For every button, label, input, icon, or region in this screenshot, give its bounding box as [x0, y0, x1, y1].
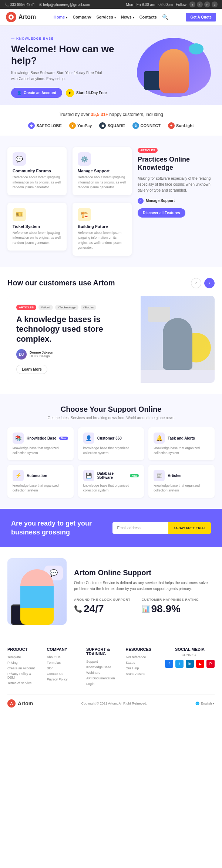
footer-link-contact-us[interactable]: Contact Us: [47, 672, 79, 676]
footer-link-support[interactable]: Support: [86, 660, 118, 663]
nav-home[interactable]: Home ▾: [54, 15, 68, 19]
support-title: Artom Online Support: [74, 569, 215, 577]
building-desc: Reference about lorem ipsum ipagaing inf…: [78, 231, 127, 251]
community-icon: 💬: [13, 152, 26, 166]
footer-link-brand[interactable]: Brand Assets: [126, 672, 158, 676]
top-social-icons: f t in g: [189, 1, 218, 7]
phone-info: 📞 333 9856 4984: [4, 3, 35, 7]
support-stats: AROUND THE CLOCK SUPPORT 📞 24/7 CUSTOMER…: [74, 598, 215, 615]
footer-bottom: A Artom Copyright © 2021 Artom. All Righ…: [7, 695, 215, 708]
footer-link-formulas[interactable]: Formulas: [47, 661, 79, 665]
footer-link-knowledge[interactable]: Knowledge Base: [86, 665, 118, 669]
trial-button[interactable]: ▶ Start 14-Day Free: [66, 89, 107, 97]
footer-link-template[interactable]: Template: [7, 655, 40, 659]
features-section: 💬 Community Forums Reference about lorem…: [0, 136, 222, 267]
footer-link-api-ref[interactable]: API reference: [126, 655, 158, 659]
features-article: ARTICLES Practices Online Knowledge Maki…: [138, 147, 215, 256]
email-input[interactable]: [112, 522, 168, 534]
twitter-icon-footer[interactable]: t: [175, 660, 184, 668]
hero-title: Welcome! How can we help?: [11, 43, 137, 66]
footer-link-pricing[interactable]: Pricing: [7, 661, 40, 665]
knowledge-base-title: Knowledge Base: [27, 436, 56, 440]
footer-link-status[interactable]: Status: [126, 661, 158, 665]
twitter-icon-top[interactable]: t: [197, 1, 203, 7]
social-media-title: SOCIAL MEDIA: [165, 647, 215, 652]
task-alerts-title: Task and Alerts: [168, 436, 195, 440]
manage-desc: Reference about lorem ipagaing informati…: [78, 175, 127, 190]
pinterest-icon-footer[interactable]: P: [206, 660, 215, 668]
nav-contacts[interactable]: Contacts: [139, 15, 157, 19]
footer-link-privacy-dsm[interactable]: Privacy Policy & DSM: [7, 672, 40, 679]
support-image: 💬: [7, 558, 67, 625]
learn-more-button[interactable]: Learn More: [16, 365, 47, 374]
discover-features-button[interactable]: Discover all Features: [138, 208, 185, 218]
articles-icon: 📰: [154, 470, 165, 481]
database-software-icon: 💾: [83, 470, 94, 481]
footer-company-title: COMPANY: [47, 647, 79, 652]
footer-link-webinars[interactable]: Webinars: [86, 671, 118, 675]
footer-link-our-help[interactable]: Our Help: [126, 666, 158, 670]
nav-company[interactable]: Company: [73, 15, 91, 19]
footer-link-about[interactable]: About Us: [47, 655, 79, 659]
badge-technology: #Technology: [55, 305, 78, 310]
footer-product-title: PRODUCT: [7, 647, 40, 652]
footer: PRODUCT Template Pricing Create an Accou…: [0, 636, 222, 713]
manage-support-row: ✓ Manage Support: [138, 198, 215, 204]
manage-support-label: Manage Support: [146, 199, 175, 203]
stat-247-label: AROUND THE CLOCK SUPPORT: [74, 598, 131, 602]
community-desc: Reference about lorem ipagaing informati…: [13, 175, 61, 190]
carousel-arrows: ‹ ›: [191, 278, 215, 288]
customer360-item: 👤 Customer 360 knowledge base that organ…: [78, 427, 144, 460]
customer-image: [141, 296, 215, 370]
database-software-desc: knowledge base that organized collection…: [83, 483, 139, 493]
prev-arrow-button[interactable]: ‹: [191, 278, 201, 288]
footer-support-links: Support Knowledge Base Webinars API Docu…: [86, 660, 118, 686]
google-icon-top[interactable]: g: [212, 1, 218, 7]
language-selector[interactable]: 🌐 English ▾: [195, 702, 215, 705]
database-software-item: 💾 Database Software New knowledge base t…: [78, 465, 144, 498]
customer360-desc: knowledge base that organized collection…: [83, 446, 139, 455]
task-alerts-icon: 🔔: [154, 433, 165, 444]
footer-link-create-account[interactable]: Create an Account: [7, 666, 40, 670]
footer-logo-text: Artom: [18, 700, 33, 706]
task-alerts-header: 🔔 Task and Alerts: [154, 433, 209, 444]
choose-subtitle: Get the latest Services and breaking new…: [7, 416, 215, 420]
sunlight-icon: ✦: [168, 122, 175, 129]
nav-services[interactable]: Services ▾: [97, 15, 116, 19]
facebook-icon-footer[interactable]: f: [165, 660, 173, 668]
next-arrow-button[interactable]: ›: [204, 278, 215, 288]
hero-subtitle: Knowledge Base Software. Start Your 14-d…: [11, 70, 107, 82]
articles-title: Articles: [168, 474, 181, 478]
footer-link-terms[interactable]: Terms of service: [7, 681, 40, 685]
manage-title: Manage Support: [78, 169, 127, 173]
facebook-icon-top[interactable]: f: [189, 1, 195, 7]
search-icon[interactable]: 🔍: [162, 14, 168, 20]
social-connect-label: CONNECT: [165, 653, 215, 657]
brand-youpay: Y YouPay: [69, 122, 92, 129]
nav-news[interactable]: News ▾: [121, 15, 134, 19]
stat-247-value: 📞 24/7: [74, 603, 131, 615]
create-account-button[interactable]: 👤 Create an Account: [11, 88, 62, 98]
footer-link-privacy[interactable]: Privacy Policy: [47, 677, 79, 681]
quote-button[interactable]: Get A Quote: [186, 13, 216, 21]
footer-link-login[interactable]: Login: [86, 682, 118, 686]
footer-col-product: PRODUCT Template Pricing Create an Accou…: [7, 647, 40, 686]
ticket-title: Ticket System: [13, 224, 61, 229]
youtube-icon-footer[interactable]: ▶: [196, 660, 204, 668]
globe-icon: 🌐: [195, 702, 199, 705]
linkedin-icon-top[interactable]: in: [204, 1, 210, 7]
ticket-desc: Reference about lorem ipagaing informati…: [13, 231, 61, 246]
knowledge-base-icon: 📚: [13, 433, 24, 444]
task-alerts-item: 🔔 Task and Alerts knowledge base that or…: [148, 427, 215, 460]
footer-copyright: Copyright © 2021 Artom. All Right Retrie…: [33, 702, 195, 705]
customer360-title: Customer 360: [97, 436, 122, 440]
footer-link-api-doc[interactable]: API Documentation: [86, 676, 118, 680]
footer-col-support: SUPPORT & TRAINING Support Knowledge Bas…: [86, 647, 118, 686]
footer-resources-title: RESOURCES: [126, 647, 158, 652]
trusted-text: Trusted by over 35,5 31+ happy customers…: [7, 112, 215, 117]
footer-link-blog[interactable]: Blog: [47, 666, 79, 670]
trial-cta-button[interactable]: 14-DAY FREE TRIAL: [168, 522, 211, 534]
cta-title: Are you ready to get your business gross…: [11, 519, 107, 537]
footer-resources-links: API reference Status Our Help Brand Asse…: [126, 655, 158, 676]
linkedin-icon-footer[interactable]: in: [186, 660, 194, 668]
